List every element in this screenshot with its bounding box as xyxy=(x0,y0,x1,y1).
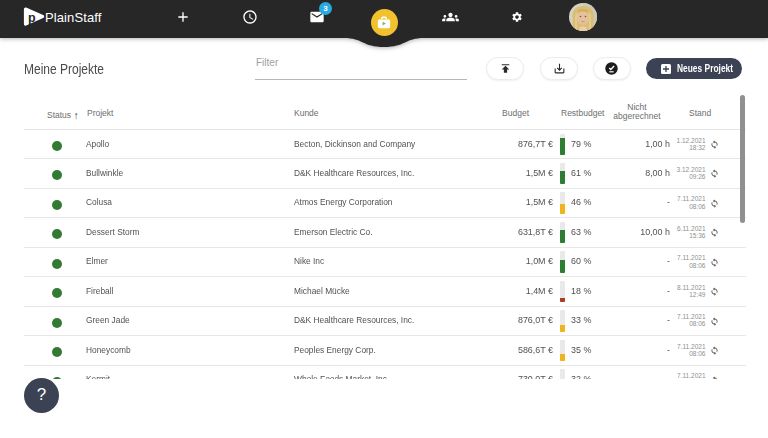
svg-text:p: p xyxy=(28,11,36,25)
